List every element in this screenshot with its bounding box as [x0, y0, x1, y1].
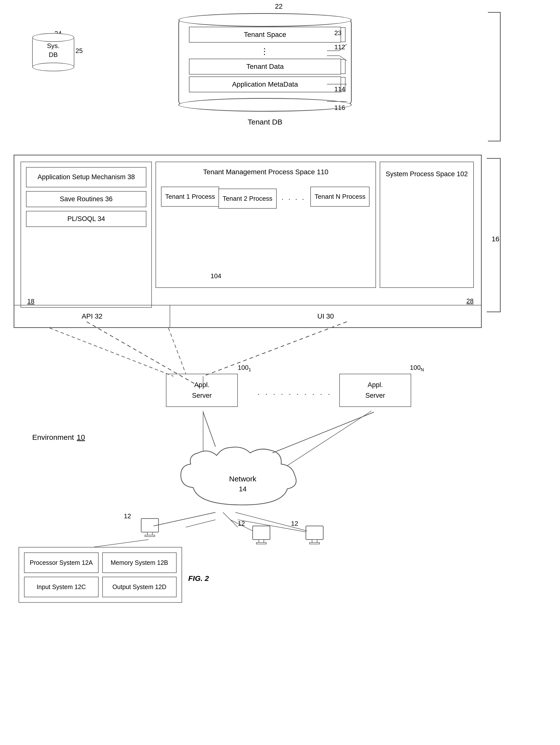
- save-routines-box: Save Routines 36: [26, 191, 146, 207]
- client-device-2: [250, 525, 273, 548]
- label-104: 104: [211, 272, 221, 280]
- ui-box: UI 30: [170, 305, 481, 327]
- svg-rect-26: [253, 526, 270, 540]
- client-device-1: [139, 517, 161, 541]
- tenant2-box: Tenant 2 Process: [218, 189, 277, 208]
- api-box: API 32: [14, 305, 170, 327]
- server-dots: . . . . . . . . . .: [257, 389, 332, 396]
- svg-rect-31: [310, 543, 319, 544]
- sys-db-text: Sys. DB: [38, 41, 69, 59]
- svg-rect-30: [312, 540, 317, 543]
- svg-rect-28: [256, 543, 266, 544]
- sys-db-cylinder: Sys. DB: [32, 37, 74, 67]
- svg-line-44: [223, 512, 238, 527]
- main-server-box: Application Setup Mechanism 38 Save Rout…: [13, 155, 482, 328]
- svg-text:14: 14: [239, 485, 246, 493]
- label-12-mid: 12: [238, 520, 245, 527]
- svg-rect-29: [306, 526, 323, 540]
- svg-rect-23: [141, 519, 158, 532]
- label-112: 112: [334, 43, 345, 51]
- tenant-dots: . . . .: [277, 194, 310, 201]
- svg-line-11: [203, 322, 347, 376]
- appl-server-n-box: Appl. Server: [339, 374, 411, 407]
- svg-line-46: [94, 540, 149, 547]
- label-16: 16: [492, 235, 499, 243]
- svg-line-40: [168, 328, 186, 374]
- label-12-right: 12: [291, 520, 298, 527]
- client-device-3: [303, 525, 326, 548]
- tenant1-box: Tenant 1 Process: [161, 187, 219, 206]
- label-25: 25: [75, 47, 83, 55]
- memory-cell: Memory System 12B: [102, 552, 177, 573]
- label-12-left: 12: [124, 512, 131, 520]
- label-22: 22: [275, 2, 283, 10]
- tenant-db-cylinder: Tenant Space ⋮ Tenant Data Application M…: [178, 19, 352, 105]
- api-ui-row: API 32 UI 30: [14, 305, 481, 327]
- label-100-1: 1001: [238, 364, 251, 372]
- tenant-db-label: Tenant DB: [154, 118, 376, 126]
- app-metadata-box: Application MetaData: [189, 76, 341, 92]
- processor-cell: Processor System 12A: [24, 552, 99, 573]
- sys-process-label: System Process Space 102: [380, 162, 473, 186]
- dots-separator: ⋮: [189, 46, 341, 56]
- svg-line-43: [154, 512, 216, 526]
- label-116: 116: [334, 104, 345, 111]
- network-cloud: Network 14: [174, 443, 312, 512]
- tenant-space-box: Tenant Space: [189, 27, 341, 42]
- appl-server-1-box: Appl. Server: [166, 374, 238, 407]
- svg-line-41: [203, 412, 216, 447]
- fig2-label: FIG. 2: [188, 574, 209, 583]
- sys-db-group: 24 Sys. DB 25: [32, 32, 74, 67]
- client-system-box: Processor System 12A Memory System 12B I…: [19, 547, 182, 603]
- svg-rect-27: [259, 540, 264, 543]
- tenant-data-box: Tenant Data: [189, 59, 341, 74]
- svg-rect-25: [145, 535, 155, 537]
- tm-process-space-box: Tenant Management Process Space 110 Tena…: [156, 162, 376, 288]
- label-114: 114: [334, 86, 345, 93]
- tm-label: Tenant Management Process Space 110: [156, 162, 375, 179]
- tenant-processes-row: Tenant 1 Process Tenant 2 Process . . . …: [161, 187, 371, 208]
- client-grid: Processor System 12A Memory System 12B I…: [24, 552, 177, 597]
- svg-text:Network: Network: [229, 475, 257, 483]
- svg-line-38: [50, 328, 174, 376]
- label-18: 18: [27, 297, 34, 305]
- output-cell: Output System 12D: [102, 577, 177, 597]
- tenant-db-group: 22 Tenant Space ⋮ Tenant Data: [154, 10, 376, 126]
- svg-line-14: [186, 520, 216, 527]
- label-100-n: 100N: [410, 364, 424, 372]
- sys-process-box: System Process Space 102: [380, 162, 474, 288]
- svg-rect-24: [147, 532, 152, 535]
- app-setup-box: Application Setup Mechanism 38: [26, 167, 146, 187]
- label-23: 23: [334, 29, 342, 37]
- input-cell: Input System 12C: [24, 577, 99, 597]
- tenantn-box: Tenant N Process: [310, 187, 370, 206]
- environment-label: Environment 10: [32, 433, 85, 442]
- inner-box-18: Application Setup Mechanism 38 Save Rout…: [21, 162, 152, 307]
- pl-soql-box: PL/SOQL 34: [26, 211, 146, 227]
- label-28: 28: [466, 297, 473, 305]
